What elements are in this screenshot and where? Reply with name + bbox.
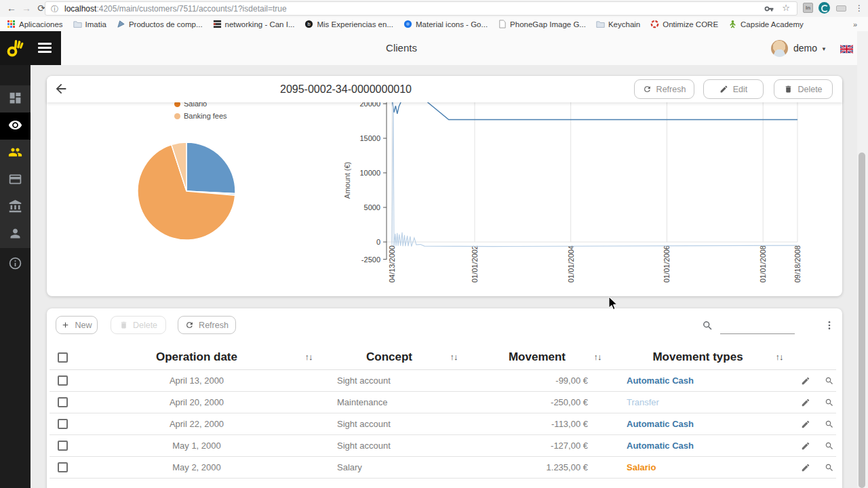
bookmark-label: Mis Experiencias en... [317,20,393,28]
browser-forward-icon[interactable]: → [19,1,34,16]
search-input[interactable] [720,333,795,334]
refresh-button[interactable]: Refresh [178,316,236,334]
table-menu-icon[interactable] [824,319,835,331]
bookmark-item[interactable]: Productos de comp... [117,20,203,28]
bookmark-item[interactable]: Aplicaciones [7,20,63,28]
bookmark-item[interactable]: networking - Can I... [213,20,295,28]
svg-text:15000: 15000 [359,134,380,142]
sidebar-item-detail-view[interactable] [0,113,31,140]
menu-hamburger-icon[interactable] [38,43,52,54]
legend-color-dot [174,113,180,119]
page-scrollbar[interactable] [857,31,868,488]
row-edit-icon[interactable] [801,441,810,451]
folder-icon [73,20,82,28]
bookmark-item[interactable]: Material icons - Go... [403,20,488,28]
table-header-row: Operation date↑↓Concept↑↓Movement↑↓Movem… [50,346,836,370]
refresh-icon [185,321,194,329]
column-header[interactable]: Concept [342,346,437,370]
table-row[interactable]: April 13, 2000Sight account-99,00 €Autom… [50,370,836,392]
button-label: Edit [733,85,748,94]
sidebar-item-bank[interactable] [0,194,31,221]
row-detail-icon[interactable] [825,441,834,451]
delete-button[interactable]: Delete [111,316,166,334]
language-flag-icon[interactable] [840,44,853,56]
sort-arrows-icon[interactable]: ↑↓ [769,346,789,370]
bookmark-item[interactable]: Imatia [73,20,106,28]
row-checkbox[interactable] [58,375,68,386]
row-checkbox[interactable] [58,397,68,407]
scrollbar-thumb[interactable] [859,152,865,488]
search-icon[interactable] [702,320,713,331]
bookmark-item[interactable]: Ontimize CORE [650,20,718,28]
bank-icon [8,199,22,216]
bookmarks-overflow-icon[interactable]: » [853,20,861,28]
row-detail-icon[interactable] [825,398,834,407]
bookmark-item[interactable]: Capside Academy [728,20,804,28]
bookmark-label: Material icons - Go... [416,20,488,28]
extension-teal-icon[interactable] [818,2,830,14]
extension-in-icon[interactable]: In [803,3,813,13]
user-avatar[interactable] [771,40,788,57]
table-row[interactable]: April 22, 2000Sight account-113,00 €Auto… [50,413,836,435]
chevron-down-icon[interactable]: ▼ [821,33,827,66]
row-edit-icon[interactable] [801,376,810,386]
bookmark-star-icon[interactable]: ☆ [782,3,790,13]
table-row[interactable]: May 2, 2000Salary1.235,00 €Salario [50,457,836,479]
bookmark-item[interactable]: bMis Experiencias en... [304,20,393,28]
back-button[interactable] [54,81,70,98]
svg-text:10000: 10000 [359,169,380,177]
sidebar-item-dashboard[interactable] [0,85,31,113]
row-detail-icon[interactable] [825,420,834,429]
sort-arrows-icon[interactable]: ↑↓ [587,346,608,370]
svg-text:0: 0 [376,238,380,246]
edit-button[interactable]: Edit [703,79,764,99]
browser-menu-icon[interactable]: ⋮ [854,1,865,15]
charts-panel: SalarioBanking fees -2500050001000015000… [47,102,842,296]
cell-movement-type: Salario [627,457,656,479]
sort-arrows-icon[interactable]: ↑↓ [443,346,464,370]
row-detail-icon[interactable] [825,376,834,386]
row-checkbox[interactable] [58,462,68,472]
browser-back-icon[interactable]: ← [4,1,19,16]
row-edit-icon[interactable] [801,420,810,429]
new-button[interactable]: New [56,316,98,334]
column-header[interactable]: Movement types [637,346,759,370]
button-label: New [75,321,92,330]
sidebar-item-accounts[interactable] [0,167,31,194]
table-row[interactable]: May 1, 2000Sight account-127,00 €Automat… [50,435,836,457]
browser-url-bar: ← → ⟳ ⓘ localhost:4205/main/customers/75… [0,0,868,17]
row-edit-icon[interactable] [801,398,810,407]
svg-text:20000: 20000 [359,102,380,108]
cell-operation-date: April 13, 2000 [129,370,264,392]
trash-icon [119,321,128,329]
cell-operation-date: May 1, 2000 [129,435,264,457]
select-all-checkbox[interactable] [58,352,68,363]
sidebar-item-users[interactable] [0,221,31,248]
legend-item[interactable]: Banking fees [174,110,227,122]
button-label: Refresh [656,85,686,94]
row-edit-icon[interactable] [801,463,810,472]
column-header[interactable]: Operation date [129,346,264,370]
legend-item[interactable]: Salario [174,102,227,110]
page-info-icon[interactable]: ⓘ [51,3,60,15]
extension-pill-icon[interactable] [836,5,846,12]
sort-arrows-icon[interactable]: ↑↓ [298,346,319,370]
people-icon [8,145,22,162]
delete-button[interactable]: Delete [774,79,833,99]
browser-address-bar[interactable]: ⓘ localhost:4205/main/customers/7511/acc… [45,1,797,16]
user-menu[interactable]: demo [793,31,817,65]
bookmark-item[interactable]: Keychain [596,20,640,28]
refresh-button[interactable]: Refresh [634,79,694,99]
bookmark-item[interactable]: PhoneGap Image G... [498,20,586,28]
app-logo-icon[interactable] [5,38,26,61]
sidebar-item-customers[interactable] [0,140,31,167]
red-ring-icon [650,20,659,28]
row-detail-icon[interactable] [825,463,834,472]
table-row[interactable]: April 20, 2000Maintenance-250,00 €Transf… [50,392,836,413]
column-header[interactable]: Movement [490,346,585,370]
movements-table-card: NewDeleteRefresh Operation date↑↓Concept… [47,308,842,488]
sidebar-item-about[interactable] [0,251,31,278]
row-checkbox[interactable] [58,441,68,451]
row-checkbox[interactable] [58,419,68,429]
password-key-icon[interactable] [764,4,774,14]
